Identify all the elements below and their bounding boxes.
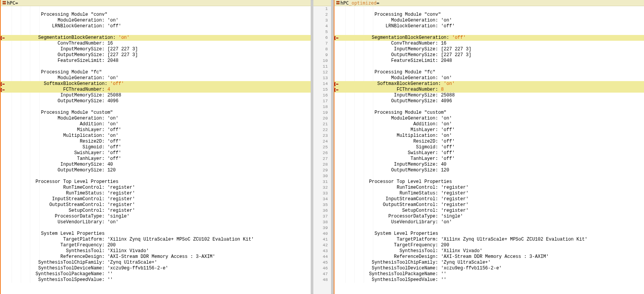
code-line[interactable]: OutputMemorySize: 120 [334, 168, 644, 173]
code-line[interactable]: LRNBlockGeneration: 'off' [334, 23, 644, 29]
code-line[interactable]: SwishLayer: 'off' [334, 150, 644, 156]
code-line[interactable]: FCThreadNumber: 4 [1, 87, 311, 93]
code-line[interactable]: SynthesisToolPackageName: '' [334, 271, 644, 277]
code-line[interactable]: SynthesisToolPackageName: '' [1, 271, 311, 277]
code-line[interactable]: Multiplication: 'on' [334, 133, 644, 139]
code-line[interactable]: SetupControl: 'register' [1, 208, 311, 214]
code-line[interactable] [334, 64, 644, 70]
code-line[interactable]: UseVendorLibrary: 'on' [334, 219, 644, 225]
code-line[interactable]: InputStreamControl: 'register' [334, 196, 644, 202]
code-line[interactable] [1, 6, 311, 12]
code-line[interactable]: Sigmoid: 'off' [1, 145, 311, 150]
right-pane[interactable]: hPC_optimized = Processing Module "conv"… [334, 0, 644, 294]
code-line[interactable]: TargetFrequency: 200 [1, 243, 311, 248]
code-line[interactable] [1, 173, 311, 179]
code-line[interactable]: FeatureSizeLimit: 2048 [1, 58, 311, 64]
code-line[interactable]: OutputMemorySize: [227 227 3] [1, 52, 311, 58]
code-line[interactable]: FCThreadNumber: 8 [334, 87, 644, 93]
code-line[interactable]: MishLayer: 'off' [1, 127, 311, 133]
code-line[interactable]: InputMemorySize: [227 227 3] [334, 47, 644, 52]
code-line[interactable]: SynthesisToolChipFamily: 'Zynq UltraScal… [1, 260, 311, 266]
code-line[interactable]: SynthesisTool: 'Xilinx Vivado' [334, 248, 644, 254]
code-line[interactable]: ModuleGeneration: 'on' [1, 116, 311, 121]
code-line[interactable] [334, 29, 644, 35]
left-code-area[interactable]: Processing Module "conv" ModuleGeneratio… [1, 6, 311, 283]
code-line[interactable]: SoftmaxBlockGeneration: 'on' [334, 81, 644, 87]
code-line[interactable]: RunTimeStatus: 'register' [1, 191, 311, 196]
code-line[interactable]: TargetFrequency: 200 [334, 243, 644, 248]
code-line[interactable]: Multiplication: 'on' [1, 133, 311, 139]
code-line[interactable]: RunTimeControl: 'register' [1, 185, 311, 191]
code-line[interactable] [334, 104, 644, 110]
code-line[interactable]: SynthesisToolDeviceName: 'xczu9eg-ffvb11… [1, 266, 311, 271]
code-line[interactable]: Processing Module "fc" [1, 70, 311, 75]
code-line[interactable]: RunTimeControl: 'register' [334, 185, 644, 191]
code-line[interactable]: ModuleGeneration: 'on' [1, 75, 311, 81]
code-line[interactable]: SegmentationBlockGeneration: 'off' [334, 35, 644, 41]
code-line[interactable] [1, 29, 311, 35]
code-line[interactable]: InputMemorySize: 40 [334, 162, 644, 168]
code-line[interactable]: SetupControl: 'register' [334, 208, 644, 214]
code-line[interactable]: SegmentationBlockGeneration: 'on' [1, 35, 311, 41]
right-code-area[interactable]: Processing Module "conv" ModuleGeneratio… [334, 6, 644, 283]
code-line[interactable]: ModuleGeneration: 'on' [334, 75, 644, 81]
code-line[interactable]: System Level Properties [334, 231, 644, 237]
code-line[interactable]: Processing Module "custom" [1, 110, 311, 116]
code-line[interactable]: ConvThreadNumber: 16 [334, 41, 644, 47]
code-line[interactable] [1, 104, 311, 110]
center-gutter[interactable]: 1234567891011121314151617181920212223242… [311, 0, 334, 294]
code-line[interactable]: Resize2D: 'off' [1, 139, 311, 145]
code-line[interactable]: ConvThreadNumber: 16 [1, 41, 311, 47]
code-line[interactable]: SoftmaxBlockGeneration: 'off' [1, 81, 311, 87]
code-line[interactable]: OutputMemorySize: 120 [1, 168, 311, 173]
code-line[interactable]: TargetPlatform: 'Xilinx Zynq UltraScale+… [1, 237, 311, 243]
code-line[interactable] [1, 225, 311, 231]
code-line[interactable]: InputMemorySize: [227 227 3] [1, 47, 311, 52]
left-pane[interactable]: hPC = Processing Module "conv" ModuleGen… [0, 0, 311, 294]
code-line[interactable]: Processing Module "custom" [334, 110, 644, 116]
code-line[interactable]: SwishLayer: 'off' [1, 150, 311, 156]
code-line[interactable]: ModuleGeneration: 'on' [1, 18, 311, 23]
code-line[interactable]: ProcessorDataType: 'single' [334, 214, 644, 219]
code-line[interactable]: Addition: 'on' [1, 121, 311, 127]
code-line[interactable]: InputMemorySize: 25088 [334, 93, 644, 98]
code-line[interactable]: Processing Module "fc" [334, 70, 644, 75]
code-line[interactable]: InputStreamControl: 'register' [1, 196, 311, 202]
code-line[interactable]: TanhLayer: 'off' [1, 156, 311, 162]
code-line[interactable]: Processing Module "conv" [1, 12, 311, 18]
code-line[interactable] [334, 6, 644, 12]
code-line[interactable]: TargetPlatform: 'Xilinx Zynq UltraScale+… [334, 237, 644, 243]
code-line[interactable]: Processing Module "conv" [334, 12, 644, 18]
code-line[interactable]: ProcessorDataType: 'single' [1, 214, 311, 219]
code-line[interactable]: Processor Top Level Properties [334, 179, 644, 185]
code-line[interactable]: ModuleGeneration: 'on' [334, 18, 644, 23]
code-line[interactable] [334, 225, 644, 231]
code-line[interactable]: ReferenceDesign: 'AXI-Stream DDR Memory … [1, 254, 311, 260]
code-line[interactable]: OutputStreamControl: 'register' [1, 202, 311, 208]
code-line[interactable]: LRNBlockGeneration: 'off' [1, 23, 311, 29]
code-line[interactable]: UseVendorLibrary: 'on' [1, 219, 311, 225]
code-line[interactable]: SynthesisToolChipFamily: 'Zynq UltraScal… [334, 260, 644, 266]
code-line[interactable] [334, 173, 644, 179]
code-line[interactable]: SynthesisToolDeviceName: 'xczu9eg-ffvb11… [334, 266, 644, 271]
code-line[interactable]: Addition: 'on' [334, 121, 644, 127]
code-line[interactable]: InputMemorySize: 25088 [1, 93, 311, 98]
code-line[interactable]: SynthesisToolSpeedValue: '' [1, 277, 311, 283]
code-line[interactable]: Processor Top Level Properties [1, 179, 311, 185]
code-line[interactable]: TanhLayer: 'off' [334, 156, 644, 162]
code-line[interactable]: OutputMemorySize: 4096 [1, 98, 311, 104]
code-line[interactable]: SynthesisToolSpeedValue: '' [334, 277, 644, 283]
code-line[interactable]: Sigmoid: 'off' [334, 145, 644, 150]
code-line[interactable]: ReferenceDesign: 'AXI-Stream DDR Memory … [334, 254, 644, 260]
code-line[interactable] [1, 64, 311, 70]
code-line[interactable]: OutputMemorySize: [227 227 3] [334, 52, 644, 58]
code-line[interactable]: InputMemorySize: 40 [1, 162, 311, 168]
code-line[interactable]: MishLayer: 'off' [334, 127, 644, 133]
code-line[interactable]: System Level Properties [1, 231, 311, 237]
code-line[interactable]: RunTimeStatus: 'register' [334, 191, 644, 196]
code-line[interactable]: OutputMemorySize: 4096 [334, 98, 644, 104]
code-line[interactable]: OutputStreamControl: 'register' [334, 202, 644, 208]
code-line[interactable]: ModuleGeneration: 'on' [334, 116, 644, 121]
code-line[interactable]: FeatureSizeLimit: 2048 [334, 58, 644, 64]
code-line[interactable]: Resize2D: 'off' [334, 139, 644, 145]
